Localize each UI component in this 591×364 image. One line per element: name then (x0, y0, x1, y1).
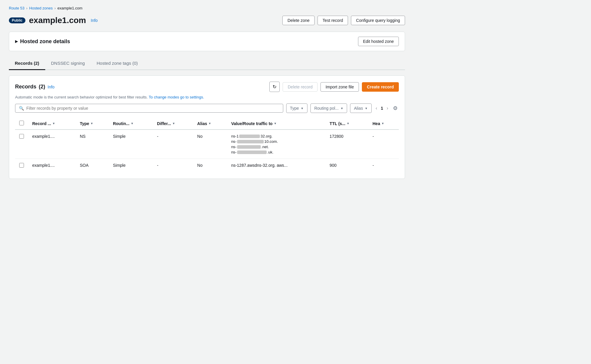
row2-health: - (368, 159, 399, 173)
row1-name: example1.... (28, 130, 76, 159)
blurred-3 (237, 145, 261, 149)
row2-checkbox-cell (15, 159, 28, 173)
records-info-link[interactable]: Info (48, 85, 54, 89)
records-header: Records (2) Info ↻ Delete record Import … (15, 82, 399, 92)
value-sort-icon: ▼ (274, 122, 277, 125)
records-actions: ↻ Delete record Import zone file Create … (269, 82, 399, 92)
blurred-4 (237, 151, 267, 154)
routing-policy-dropdown-label: Routing pol... (314, 106, 339, 111)
records-title-text: Records (15, 84, 36, 90)
type-dropdown[interactable]: Type ▼ (286, 103, 307, 113)
breadcrumb: Route 53 › Hosted zones › example1.com (9, 6, 405, 10)
table-row: example1.... SOA Simple - No ns-1287.aws… (15, 159, 399, 173)
table-head: Record ... ▼ Type ▼ Rout (15, 118, 399, 130)
records-count: (2) (39, 84, 45, 90)
row1-checkbox-cell (15, 130, 28, 159)
th-differ: Differ... ▼ (153, 118, 193, 130)
search-box: 🔍 (15, 104, 283, 113)
breadcrumb-sep-2: › (54, 6, 56, 10)
refresh-button[interactable]: ↻ (269, 82, 280, 92)
row2-differ: - (153, 159, 193, 173)
blurred-2 (237, 140, 264, 143)
hosted-zone-details-header: ▶ Hosted zone details Edit hosted zone (9, 32, 405, 51)
toggle-arrow-icon[interactable]: ▶ (15, 39, 18, 43)
th-routing-sort[interactable]: Routin... ▼ (113, 121, 134, 126)
records-table: Record ... ▼ Type ▼ Rout (15, 118, 399, 173)
th-value-sort[interactable]: Value/Route traffic to ▼ (231, 121, 277, 126)
test-record-button[interactable]: Test record (318, 16, 348, 25)
row2-name: example1.... (28, 159, 76, 173)
configure-query-logging-button[interactable]: Configure query logging (351, 16, 405, 25)
health-sort-icon: ▼ (381, 122, 384, 125)
alias-sort-icon: ▼ (208, 122, 211, 125)
ns-values: ns-1 32.org. ns- 10.com. (231, 134, 321, 154)
auto-mode-settings-link[interactable]: To change modes go to settings. (149, 95, 204, 99)
ttl-sort-icon: ▼ (346, 122, 349, 125)
breadcrumb-route53[interactable]: Route 53 (9, 6, 25, 10)
edit-hosted-zone-button[interactable]: Edit hosted zone (358, 37, 399, 46)
info-link[interactable]: Info (91, 18, 98, 23)
row1-ttl: 172800 (326, 130, 368, 159)
row1-type: NS (76, 130, 109, 159)
create-record-button[interactable]: Create record (362, 82, 399, 92)
th-health-sort[interactable]: Hea ▼ (373, 121, 384, 126)
tab-records[interactable]: Records (2) (9, 57, 45, 70)
routing-sort-icon: ▼ (131, 122, 134, 125)
row2-routing: Simple (109, 159, 153, 173)
th-differ-sort[interactable]: Differ... ▼ (157, 121, 175, 126)
table-settings-button[interactable]: ⚙ (392, 104, 399, 113)
table-scroll: Record ... ▼ Type ▼ Rout (15, 118, 399, 173)
row1-routing: Simple (109, 130, 153, 159)
tabs-container: Records (2) DNSSEC signing Hosted zone t… (9, 57, 405, 70)
alias-dropdown-label: Alias (354, 106, 363, 111)
page-header: Public example1.com Info Delete zone Tes… (9, 16, 405, 25)
refresh-icon: ↻ (273, 84, 276, 90)
record-name-sort-icon: ▼ (52, 122, 55, 125)
ns-line-1: ns-1 32.org. (231, 134, 321, 138)
row1-health: - (368, 130, 399, 159)
routing-policy-dropdown[interactable]: Routing pol... ▼ (310, 103, 347, 113)
import-zone-file-button[interactable]: Import zone file (320, 82, 359, 92)
tab-hosted-zone-tags[interactable]: Hosted zone tags (0) (91, 57, 144, 70)
row2-checkbox[interactable] (19, 163, 24, 168)
row2-type: SOA (76, 159, 109, 173)
filter-bar: 🔍 Type ▼ Routing pol... ▼ Alias ▼ ‹ 1 › … (15, 103, 399, 113)
ns-line-4: ns- .uk. (231, 150, 321, 154)
ns-line-2: ns- 10.com. (231, 139, 321, 144)
row1-alias: No (193, 130, 227, 159)
delete-zone-button[interactable]: Delete zone (282, 16, 315, 25)
hosted-zone-details-title: ▶ Hosted zone details (15, 38, 70, 45)
routing-policy-dropdown-arrow-icon: ▼ (340, 107, 343, 110)
th-type: Type ▼ (76, 118, 109, 130)
records-title: Records (2) Info (15, 84, 54, 90)
th-ttl: TTL (s... ▼ (326, 118, 368, 130)
row2-alias: No (193, 159, 227, 173)
hosted-zone-details-label: Hosted zone details (20, 38, 70, 45)
pagination-next-button[interactable]: › (386, 104, 389, 112)
th-health: Hea ▼ (368, 118, 399, 130)
delete-record-button: Delete record (283, 82, 318, 92)
table-body: example1.... NS Simple - No ns-1 32.org. (15, 130, 399, 173)
th-alias-sort[interactable]: Alias ▼ (197, 121, 211, 126)
type-dropdown-arrow-icon: ▼ (301, 107, 304, 110)
blurred-1 (239, 135, 260, 138)
type-dropdown-label: Type (290, 106, 299, 111)
search-input[interactable] (26, 106, 279, 111)
alias-dropdown-arrow-icon: ▼ (365, 107, 368, 110)
th-type-sort[interactable]: Type ▼ (80, 121, 93, 126)
tab-dnssec[interactable]: DNSSEC signing (45, 57, 91, 70)
breadcrumb-hosted-zones[interactable]: Hosted zones (29, 6, 53, 10)
breadcrumb-current: example1.com (57, 6, 82, 10)
th-routing: Routin... ▼ (109, 118, 153, 130)
row1-checkbox[interactable] (19, 134, 24, 139)
alias-dropdown[interactable]: Alias ▼ (350, 103, 371, 113)
breadcrumb-sep-1: › (26, 6, 27, 10)
th-ttl-sort[interactable]: TTL (s... ▼ (330, 121, 349, 126)
select-all-header (15, 118, 28, 130)
th-alias: Alias ▼ (193, 118, 227, 130)
pagination-prev-button[interactable]: ‹ (375, 104, 378, 112)
select-all-checkbox[interactable] (19, 121, 24, 125)
auto-mode-text: Automatic mode is the current search beh… (15, 95, 399, 99)
th-record-name: Record ... ▼ (28, 118, 76, 130)
th-record-name-sort[interactable]: Record ... ▼ (32, 121, 55, 126)
